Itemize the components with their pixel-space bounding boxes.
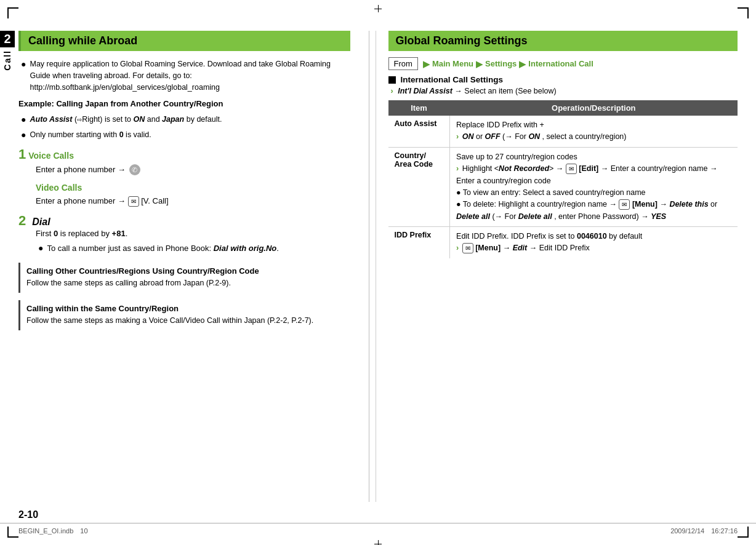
chapter-indicator: 2 Call [0,31,15,71]
footer: BEGIN_E_OI.indb 10 2009/12/14 16:27:16 [0,523,756,536]
table-col2-header: Operation/Description [450,100,738,116]
step2-number: 2 [18,214,26,228]
bullet-auto-assist: ● Auto Assist (⇨Right) is set to ON and … [18,114,350,126]
bullet-dot-intro: ● [21,58,26,71]
breadcrumb-arrow-2: ▶ [476,59,483,69]
step1-text: Enter a phone number → [36,165,128,174]
bullet1-text: Auto Assist (⇨Right) is set to ON and Ja… [30,114,222,125]
table-col1-header: Item [388,100,450,116]
bullet-delete: ● To delete: Highlight a country/region … [456,200,619,209]
table-header-row: Item Operation/Description [388,100,738,116]
step1-video-title: Video Calls [36,183,82,193]
edit-label: [Edit] [579,164,598,173]
on-label: ON [134,115,145,124]
page-container: 2 Call Calling while Abroad ● May requir… [0,0,756,545]
int-settings-header: International Call Settings [388,75,738,84]
delete-all-label2: Delete all [518,212,552,221]
intl-dial-assist: Int'l Dial Assist [398,87,452,95]
step2-plus81: +81 [112,229,126,238]
right-column: Global Roaming Settings From ▶ Main Menu… [376,31,738,502]
vcall-label: [V. Call] [141,196,168,205]
main-content: 2 Call Calling while Abroad ● May requir… [18,31,738,502]
edit-idd-label: Edit [513,244,528,252]
or-delete-all: or [710,200,717,209]
footer-file-info: BEGIN_E_OI.indb 10 [18,527,88,536]
idd-arrow2: → [503,244,513,252]
idd-menu-icon: ✉ [462,243,473,253]
info-box-2-content: Follow the same steps as making a Voice … [26,315,350,327]
delete-paren: (→ For [492,212,518,221]
table-row: IDD Prefix Edit IDD Prefix. IDD Prefix i… [388,227,738,258]
step1-video-content: Enter a phone number → ✉ [V. Call] [36,195,350,208]
corner-mark-tr [738,7,749,18]
call-icon: ✆ [129,164,140,175]
not-recorded: Not Recorded [499,164,549,173]
step-2: 2 Dial First 0 is replaced by +81. ● To … [18,214,350,256]
step1-content: Enter a phone number → ✆ [36,164,350,177]
step2-title: Dial [32,217,50,228]
right-section-header: Global Roaming Settings [388,31,738,51]
info-box-1: Calling Other Countries/Regions Using Co… [18,263,350,293]
info-box-2-title: Calling within the Same Country/Region [26,304,350,313]
japan-label: Japan [162,115,184,124]
delete-this-label: Delete this [669,200,708,209]
yes-label: YES [651,212,666,221]
on-text: ON [462,132,474,141]
auto-assist-item: Auto Assist [388,116,450,147]
off-text: OFF [485,132,501,141]
right-icon: ⇨ [77,116,82,123]
black-square-icon [388,76,396,84]
info-box-1-content: Follow the same steps as calling abroad … [26,277,350,289]
bullet-view: ● To view an entry: Select a saved count… [456,188,645,197]
step2-text1: First 0 is replaced by +81. [36,229,127,238]
table-row: Country/Area Code Save up to 27 country/… [388,147,738,226]
breadcrumb: From ▶ Main Menu ▶ Settings ▶ Internatio… [388,57,738,70]
idd-number: 0046010 [577,232,607,241]
edit-menu-icon: ✉ [566,164,577,174]
step1-header: 1 Voice Calls [18,148,350,161]
bullet-zero: ● Only number starting with 0 is valid. [18,129,350,141]
intro-bullet: ● May require application to Global Roam… [18,58,350,93]
step1-video-text: Enter a phone number → [36,196,128,205]
auto-assist-arrow: › [456,132,459,141]
breadcrumb-arrow-3: ▶ [519,59,526,69]
step2-sub-bullet: ● To call a number just as saved in Phon… [36,242,350,255]
select-country-text: , select a country/region) [542,132,627,141]
left-intro: ● May require application to Global Roam… [18,58,350,141]
settings-sub-rest: → Select an item (See below) [454,87,556,95]
step2-bullet-dot: ● [38,242,43,255]
idd-arrow: › [456,244,459,252]
left-column: 2 Call Calling while Abroad ● May requir… [18,31,363,502]
country-area-item: Country/Area Code [388,147,450,226]
breadcrumb-arrow-1: ▶ [423,59,430,69]
step1-title: Voice Calls [28,151,74,161]
bullet1-part2b: Right) is set to [82,115,133,124]
auto-assist-content: Replace IDD Prefix with + › ON or OFF (→… [456,119,731,143]
breadcrumb-mainmenu: Main Menu [432,59,473,68]
country-arrow: › [456,164,459,173]
bullet1-and: and [147,115,162,124]
chapter-label: Call [2,50,12,71]
step1-video-block: Video Calls Enter a phone number → ✉ [V.… [18,183,350,208]
int-settings-sub: › Int'l Dial Assist → Select an item (Se… [388,87,738,95]
info-box-1-title: Calling Other Countries/Regions Using Co… [26,266,350,276]
delete-arrow: → [659,200,669,209]
chapter-number: 2 [0,31,15,47]
step2-zero: 0 [54,229,58,238]
delete-phone-pw: , enter Phone Password) → [554,212,651,221]
idd-prefix-item: IDD Prefix [388,227,450,258]
intro-text: May require application to Global Roamin… [30,58,350,93]
breadcrumb-settings: Settings [485,59,517,68]
country-area-desc: Save up to 27 country/region codes › Hig… [450,147,738,226]
delete-all-label: Delete all [456,212,490,221]
for-on-text: (→ For [502,132,528,141]
menu-label: [Menu] [632,200,657,209]
bullet2-text: Only number starting with 0 is valid. [30,129,151,141]
auto-assist-label: Auto Assist [30,115,72,124]
idd-arrow3: → Edit IDD Prefix [529,244,590,252]
on-text2: ON [528,132,540,141]
zero-bold: 0 [119,130,124,139]
breadcrumb-from: From [388,57,418,70]
or-text: or [476,132,485,141]
bullet-dot-2: ● [21,129,26,141]
